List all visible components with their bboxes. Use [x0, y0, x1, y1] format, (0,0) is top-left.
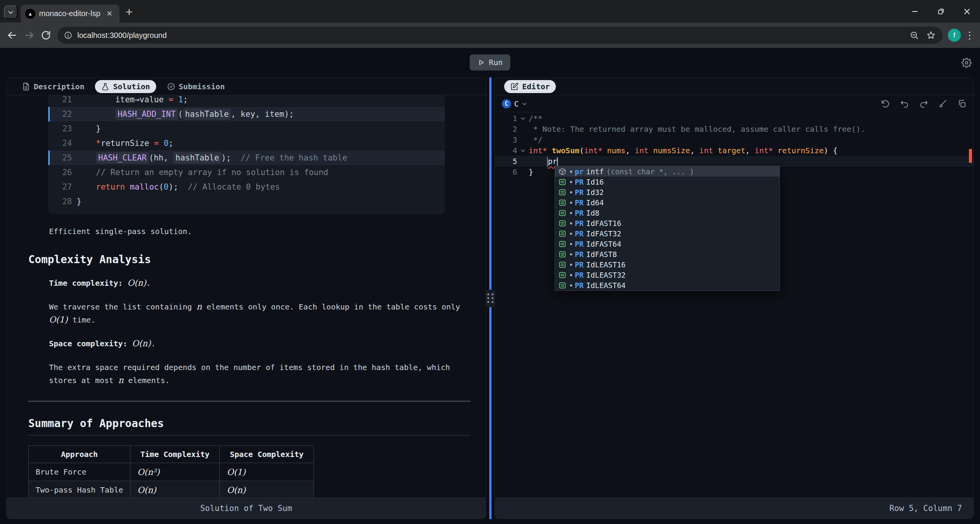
- run-button[interactable]: Run: [470, 54, 510, 70]
- editor-code-text: int* twoSum(int* nums, int numsSize, int…: [529, 145, 838, 156]
- profile-avatar[interactable]: f: [948, 29, 961, 42]
- gear-icon[interactable]: [962, 58, 972, 68]
- bookmark-star-icon[interactable]: [923, 31, 939, 40]
- divider-grip-icon[interactable]: [486, 290, 495, 307]
- code-text: HASH_CLEAR(hh, hashTable); // Free the h…: [72, 151, 347, 165]
- c-language-icon: C: [502, 99, 511, 108]
- matched-prefix: PR: [575, 250, 583, 259]
- tab-description[interactable]: Description: [16, 80, 90, 93]
- forward-arrow-icon[interactable]: [21, 27, 38, 44]
- suggestion-bullet: •: [569, 219, 573, 228]
- field-lines-icon: [559, 230, 566, 237]
- tab-search-button[interactable]: [4, 5, 18, 19]
- editor-line[interactable]: 4int* twoSum(int* nums, int numsSize, in…: [495, 145, 973, 156]
- code-block: 21 item→value = 1;22 HASH_ADD_INT(hashTa…: [48, 95, 445, 214]
- fold-chevron-icon[interactable]: [517, 145, 529, 156]
- reload-icon[interactable]: [38, 27, 54, 44]
- editor-code-text: */: [529, 134, 542, 145]
- table-row: Brute ForceO(n²)O(1): [29, 463, 314, 481]
- line-number: 23: [48, 121, 72, 136]
- redo-icon[interactable]: [919, 99, 928, 108]
- suggestion-item[interactable]: •PRId16: [555, 177, 779, 187]
- line-number: 25: [48, 151, 72, 165]
- code-line: 28}: [48, 194, 445, 209]
- check-circle-icon: [167, 82, 175, 91]
- address-bar[interactable]: localhost:3000/playground: [57, 27, 942, 44]
- minimize-icon[interactable]: [902, 0, 928, 23]
- suggestion-item[interactable]: •PRIdLEAST64: [555, 280, 779, 290]
- table-cell: Two-pass Hash Table: [29, 481, 131, 498]
- new-tab-button[interactable]: +: [126, 6, 133, 18]
- suggestion-bullet: •: [569, 271, 573, 279]
- editor-line-number: 6: [497, 167, 517, 177]
- field-lines-icon: [559, 240, 566, 248]
- suggestion-item[interactable]: •PRIdLEAST16: [555, 259, 779, 270]
- right-tab-bar: Editor: [495, 78, 973, 95]
- table-header-cell: Space Complexity: [220, 446, 314, 463]
- browser-tab[interactable]: ▲ monaco-editor-lsp-next ✕: [21, 5, 119, 23]
- paragraph: The extra space required depends on the …: [49, 361, 467, 387]
- matched-prefix: PR: [575, 198, 583, 207]
- run-label: Run: [489, 58, 503, 67]
- field-lines-icon: [559, 251, 566, 258]
- suggestion-label: IdLEAST16: [586, 260, 626, 269]
- language-selector[interactable]: C C: [502, 99, 527, 108]
- code-line: 23 }: [48, 121, 445, 136]
- play-icon: [477, 59, 485, 66]
- zoom-out-icon[interactable]: [906, 31, 923, 40]
- suggestion-item[interactable]: •PRIdFAST16: [555, 218, 779, 228]
- suggestion-item[interactable]: •PRIdFAST8: [555, 249, 779, 259]
- undo-icon[interactable]: [900, 99, 909, 108]
- editor-line[interactable]: 1/**: [495, 113, 973, 124]
- format-brush-icon[interactable]: [938, 99, 947, 108]
- suggestion-item[interactable]: •printf(const char *, ... ): [555, 166, 779, 177]
- field-lines-icon: [559, 188, 566, 196]
- editor-code-text: }: [529, 167, 533, 177]
- suggestion-bullet: •: [569, 250, 573, 259]
- flask-icon: [101, 82, 109, 91]
- section-heading: Complexity Analysis: [28, 253, 470, 266]
- editor-code-area[interactable]: 1/**2 * Note: The returned array must be…: [495, 112, 973, 498]
- kebab-menu-icon[interactable]: ⋮: [963, 29, 976, 41]
- article: 21 item→value = 1;22 HASH_ADD_INT(hashTa…: [7, 95, 486, 498]
- close-icon[interactable]: [954, 0, 980, 23]
- info-icon[interactable]: [61, 31, 75, 39]
- tab-submission[interactable]: Submission: [161, 80, 231, 93]
- suggestion-item[interactable]: •PRIdLEAST32: [555, 270, 779, 280]
- tab-editor[interactable]: Editor: [504, 80, 556, 93]
- section-heading: Summary of Approaches: [28, 417, 470, 436]
- field-lines-icon: [559, 282, 566, 289]
- fold-chevron-icon[interactable]: [517, 113, 529, 124]
- suggestion-item[interactable]: •PRId32: [555, 187, 779, 197]
- copy-icon[interactable]: [957, 99, 967, 108]
- editor-code-text: pr: [529, 156, 558, 167]
- tab-label: Editor: [522, 82, 550, 91]
- editor-line[interactable]: 5 pr: [495, 156, 973, 167]
- suggestion-label: IdLEAST32: [586, 271, 626, 279]
- fold-gutter: [517, 167, 529, 177]
- suggestion-bullet: •: [569, 198, 573, 207]
- page-header: Run: [0, 48, 980, 77]
- solution-panel: Description Solution Submission 21 item→…: [6, 77, 486, 519]
- chevron-down-icon: [8, 9, 14, 15]
- panel-resize-divider[interactable]: [486, 77, 495, 519]
- code-text: return malloc(0); // Allocate 0 bytes: [72, 180, 280, 194]
- editor-line[interactable]: 2 * Note: The returned array must be mal…: [495, 124, 973, 134]
- editor-line[interactable]: 3 */: [495, 134, 973, 145]
- restore-icon[interactable]: [928, 0, 954, 23]
- matched-prefix: PR: [575, 271, 583, 279]
- suggestion-item[interactable]: •PRIdFAST32: [555, 228, 779, 239]
- field-lines-icon: [559, 271, 566, 279]
- edit-pencil-icon: [510, 82, 519, 91]
- browser-toolbar: localhost:3000/playground f ⋮: [0, 23, 980, 48]
- matched-prefix: PR: [575, 219, 583, 228]
- tab-close-icon[interactable]: ✕: [104, 8, 115, 19]
- suggestion-label: Id32: [586, 188, 604, 196]
- back-arrow-icon[interactable]: [4, 27, 21, 44]
- suggestion-item[interactable]: •PRId8: [555, 208, 779, 218]
- matched-prefix: PR: [575, 229, 583, 238]
- reset-icon[interactable]: [881, 99, 890, 108]
- suggestion-item[interactable]: •PRIdFAST64: [555, 239, 779, 249]
- tab-solution[interactable]: Solution: [95, 80, 156, 93]
- suggestion-item[interactable]: •PRId64: [555, 197, 779, 208]
